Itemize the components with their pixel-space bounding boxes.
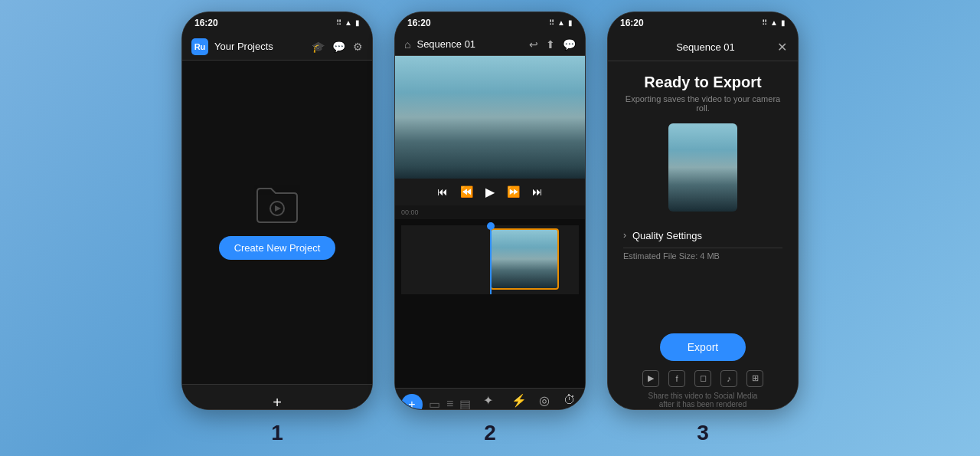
screen3-wrapper: 16:20 ⠿ ▲ ▮ Sequence 01 ✕ Ready to Expor… (607, 11, 799, 445)
time-2: 16:20 (407, 18, 431, 28)
timeline-area: 00:00 (395, 205, 585, 388)
color-label: Color (537, 409, 552, 410)
wifi-icon-3: ▲ (770, 18, 778, 27)
undo-icon[interactable]: ↩ (529, 38, 538, 51)
create-project-button[interactable]: Create New Project (219, 236, 336, 260)
skip-back-icon[interactable]: ⏮ (437, 185, 448, 198)
step-forward-icon[interactable]: ⏩ (507, 185, 520, 198)
status-bar-2: 16:20 ⠿ ▲ ▮ (395, 12, 585, 34)
phone-screen3: 16:20 ⠿ ▲ ▮ Sequence 01 ✕ Ready to Expor… (607, 11, 799, 410)
folder-play-icon (253, 184, 302, 224)
export-subtitle: Exporting saves the video to your camera… (623, 94, 782, 113)
screen1-content-area: Ru Your Projects 🎓 💬 ⚙ (182, 34, 372, 410)
grid-icon: ⠿ (336, 18, 341, 27)
battery-icon-2: ▮ (568, 18, 573, 27)
chat-icon[interactable]: 💬 (332, 41, 345, 53)
ru-badge: Ru (191, 38, 208, 55)
screen-number-1: 1 (271, 421, 283, 445)
effects-tool[interactable]: ⚡ Effects (509, 393, 528, 410)
time-3: 16:20 (620, 18, 644, 28)
graphics-tool[interactable]: ✦ Graphics (475, 393, 500, 410)
speed-tool[interactable]: ⏱ Speed (561, 393, 579, 410)
quality-settings-label: Quality Settings (632, 230, 702, 241)
status-icons-2: ⠿ ▲ ▮ (549, 18, 573, 27)
close-button[interactable]: ✕ (777, 40, 787, 54)
export-content: Ready to Export Exporting saves the vide… (608, 61, 798, 410)
header-actions-2: ↩ ⬆ 💬 (529, 38, 576, 51)
tiktok-icon[interactable]: ♪ (720, 370, 737, 387)
trim-icon[interactable]: ▭ (429, 397, 440, 410)
step-back-icon[interactable]: ⏪ (460, 185, 473, 198)
screen-number-3: 3 (697, 421, 709, 445)
split-icon[interactable]: ≡ (446, 397, 453, 410)
export-button[interactable]: Export (660, 333, 746, 361)
battery-icon-3: ▮ (781, 18, 786, 27)
playback-controls: ⏮ ⏪ ▶ ⏩ ⏭ (395, 179, 585, 205)
screen2-header: ⌂ Sequence 01 ↩ ⬆ 💬 (395, 34, 585, 56)
chevron-right-icon: › (623, 230, 626, 241)
file-size-label: Estimated File Size: 4 MB (623, 251, 782, 261)
timeline-track (401, 225, 579, 294)
youtube-icon[interactable]: ▶ (642, 370, 659, 387)
settings-icon[interactable]: ⚙ (353, 41, 363, 53)
screen2-content-area: ⌂ Sequence 01 ↩ ⬆ 💬 ⏮ ⏪ ▶ ⏩ ⏭ (395, 34, 585, 410)
status-icons-3: ⠿ ▲ ▮ (762, 18, 786, 27)
status-icons-1: ⠿ ▲ ▮ (336, 18, 360, 27)
effects-icon: ⚡ (511, 393, 527, 408)
tool-items: ▭ ≡ ▤ (429, 397, 471, 410)
color-icon: ◎ (539, 393, 550, 408)
sequence-title-3: Sequence 01 (634, 41, 777, 53)
color-tool[interactable]: ◎ Color (537, 393, 552, 410)
play-button[interactable]: ▶ (485, 185, 495, 199)
grid-icon-3: ⠿ (762, 18, 767, 27)
phone-screen1: 16:20 ⠿ ▲ ▮ Ru Your Projects 🎓 💬 ⚙ (181, 11, 373, 410)
screen1-header: Ru Your Projects 🎓 💬 ⚙ (182, 34, 372, 61)
phone-screen2: 16:20 ⠿ ▲ ▮ ⌂ Sequence 01 ↩ ⬆ 💬 (394, 11, 586, 410)
add-clip-button[interactable]: + (401, 394, 423, 410)
home-icon[interactable]: ⌂ (404, 38, 410, 51)
battery-icon: ▮ (355, 18, 360, 27)
grid-icon-2: ⠿ (549, 18, 554, 27)
layout-icon[interactable]: ▤ (459, 397, 471, 410)
graphics-icon: ✦ (483, 393, 493, 408)
speed-label: Speed (561, 408, 579, 410)
screen-number-2: 2 (484, 421, 496, 445)
timeline-header: 00:00 (395, 205, 585, 219)
quality-settings-row[interactable]: › Quality Settings (623, 224, 782, 248)
time-1: 16:20 (194, 18, 218, 28)
svg-marker-1 (275, 205, 281, 212)
projects-title: Your Projects (214, 41, 305, 52)
social-share-icons: ▶ f ◻ ♪ ⊞ (642, 370, 763, 387)
skip-forward-icon[interactable]: ⏭ (532, 185, 543, 198)
video-clip[interactable] (490, 228, 559, 290)
empty-state: Create New Project (182, 61, 372, 384)
graphics-label: Graphics (475, 409, 500, 410)
status-bar-3: 16:20 ⠿ ▲ ▮ (608, 12, 798, 34)
chat-icon-2[interactable]: 💬 (563, 38, 576, 51)
header-actions: 🎓 💬 ⚙ (312, 41, 363, 53)
social-caption: Share this video to Social Mediaafter it… (648, 392, 758, 408)
video-preview (395, 56, 585, 179)
screen3-content-area: Sequence 01 ✕ Ready to Export Exporting … (608, 34, 798, 410)
sequence-title-2: Sequence 01 (416, 38, 523, 50)
screen2-wrapper: 16:20 ⠿ ▲ ▮ ⌂ Sequence 01 ↩ ⬆ 💬 (394, 11, 586, 445)
export-title: Ready to Export (644, 74, 761, 91)
screen3-header: Sequence 01 ✕ (608, 34, 798, 61)
facebook-icon[interactable]: f (668, 370, 685, 387)
screen1-wrapper: 16:20 ⠿ ▲ ▮ Ru Your Projects 🎓 💬 ⚙ (181, 11, 373, 445)
other-social-icon[interactable]: ⊞ (746, 370, 763, 387)
graduate-icon[interactable]: 🎓 (312, 41, 325, 53)
wifi-icon-2: ▲ (557, 18, 565, 27)
status-bar-1: 16:20 ⠿ ▲ ▮ (182, 12, 372, 34)
bottom-tools: ✦ Graphics ⚡ Effects ◎ Color ⏱ (475, 393, 579, 410)
timeline-toolbar: + ▭ ≡ ▤ ✦ Graphics ⚡ Effe (395, 388, 585, 410)
instagram-icon[interactable]: ◻ (694, 370, 711, 387)
wifi-icon: ▲ (345, 18, 352, 27)
time-current: 00:00 (401, 208, 419, 216)
bottom-bar-1: + (182, 384, 372, 410)
speed-icon: ⏱ (564, 393, 576, 407)
export-thumbnail (668, 123, 737, 212)
add-button[interactable]: + (273, 394, 282, 410)
effects-label: Effects (509, 409, 528, 410)
share-icon[interactable]: ⬆ (546, 38, 555, 51)
